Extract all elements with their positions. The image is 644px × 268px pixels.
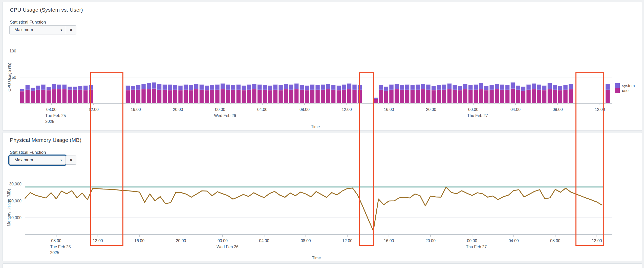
bar-user[interactable]	[569, 89, 573, 103]
bar-user[interactable]	[606, 90, 610, 103]
bar-user[interactable]	[326, 89, 330, 103]
bar-user[interactable]	[352, 90, 357, 103]
bar-system[interactable]	[463, 84, 467, 89]
bar-user[interactable]	[521, 91, 525, 103]
bar-user[interactable]	[41, 90, 46, 103]
bar-user[interactable]	[252, 89, 256, 103]
bar-system[interactable]	[141, 84, 146, 89]
bar-user[interactable]	[52, 89, 56, 103]
bar-system[interactable]	[405, 84, 410, 90]
bar-system[interactable]	[432, 86, 436, 90]
bar-system[interactable]	[252, 84, 256, 89]
bar-user[interactable]	[31, 91, 35, 103]
bar-system[interactable]	[437, 85, 441, 90]
bar-system[interactable]	[310, 84, 314, 90]
bar-user[interactable]	[294, 89, 299, 103]
bar-system[interactable]	[315, 85, 320, 90]
bar-user[interactable]	[162, 90, 167, 103]
bar-system[interactable]	[453, 85, 457, 90]
bar-user[interactable]	[141, 89, 146, 103]
bar-system[interactable]	[442, 84, 446, 90]
bar-user[interactable]	[273, 90, 277, 103]
bar-system[interactable]	[236, 84, 241, 90]
bar-system[interactable]	[569, 84, 573, 89]
bar-user[interactable]	[221, 89, 225, 103]
bar-user[interactable]	[405, 90, 410, 103]
bar-system[interactable]	[168, 84, 172, 90]
bar-user[interactable]	[184, 90, 188, 103]
bar-system[interactable]	[294, 83, 299, 89]
bar-user[interactable]	[468, 90, 473, 103]
bar-system[interactable]	[147, 83, 151, 89]
bar-system[interactable]	[157, 84, 162, 90]
bar-user[interactable]	[73, 90, 77, 103]
bar-system[interactable]	[47, 87, 51, 90]
bar-user[interactable]	[152, 89, 156, 103]
bar-user[interactable]	[199, 90, 204, 103]
bar-system[interactable]	[68, 87, 72, 90]
bar-system[interactable]	[447, 83, 452, 89]
bar-user[interactable]	[215, 90, 220, 103]
bar-user[interactable]	[537, 90, 541, 103]
bar-system[interactable]	[25, 85, 30, 90]
bar-user[interactable]	[542, 90, 547, 103]
bar-system[interactable]	[52, 84, 56, 89]
bar-system[interactable]	[342, 84, 346, 90]
bar-system[interactable]	[526, 84, 531, 90]
bar-system[interactable]	[426, 84, 431, 90]
bar-system[interactable]	[468, 85, 473, 90]
bar-system[interactable]	[484, 86, 488, 90]
bar-user[interactable]	[284, 89, 288, 103]
bar-system[interactable]	[20, 89, 25, 91]
bar-user[interactable]	[78, 90, 82, 103]
bar-system[interactable]	[337, 86, 341, 90]
bar-system[interactable]	[62, 84, 67, 89]
bar-user[interactable]	[516, 90, 520, 103]
bar-system[interactable]	[36, 86, 40, 90]
bar-user[interactable]	[563, 90, 568, 103]
bar-user[interactable]	[558, 90, 562, 103]
bar-user[interactable]	[205, 90, 209, 103]
bar-system[interactable]	[537, 84, 541, 90]
bar-user[interactable]	[194, 89, 199, 103]
bar-user[interactable]	[337, 90, 341, 103]
bar-user[interactable]	[178, 90, 183, 103]
bar-system[interactable]	[210, 85, 214, 90]
bar-system[interactable]	[416, 84, 420, 90]
bar-system[interactable]	[400, 85, 404, 90]
bar-system[interactable]	[263, 85, 267, 90]
bar-user[interactable]	[36, 90, 40, 103]
bar-system[interactable]	[548, 83, 552, 89]
bar-system[interactable]	[458, 86, 462, 90]
bar-user[interactable]	[263, 90, 267, 103]
bar-system[interactable]	[199, 84, 204, 90]
bar-user[interactable]	[247, 90, 251, 103]
bar-system[interactable]	[553, 85, 557, 90]
bar-user[interactable]	[278, 90, 283, 103]
bar-user[interactable]	[62, 89, 67, 103]
bar-user[interactable]	[136, 90, 140, 103]
bar-system[interactable]	[542, 86, 547, 90]
bar-user[interactable]	[157, 90, 162, 103]
bar-system[interactable]	[41, 84, 46, 90]
bar-user[interactable]	[20, 91, 25, 103]
bar-user[interactable]	[432, 90, 436, 103]
bar-user[interactable]	[479, 89, 483, 103]
bar-user[interactable]	[242, 90, 246, 103]
bar-user[interactable]	[268, 90, 272, 103]
bar-system[interactable]	[563, 85, 568, 90]
bar-user[interactable]	[173, 90, 177, 103]
bar-system[interactable]	[268, 86, 272, 90]
bar-user[interactable]	[389, 90, 394, 103]
bar-user[interactable]	[289, 90, 293, 103]
bar-system[interactable]	[178, 86, 183, 90]
bar-user[interactable]	[442, 90, 446, 103]
bar-system[interactable]	[352, 84, 357, 90]
bar-system[interactable]	[184, 84, 188, 90]
bar-user[interactable]	[410, 90, 415, 103]
bar-system[interactable]	[500, 84, 504, 90]
bar-user[interactable]	[68, 90, 72, 103]
bar-user[interactable]	[310, 90, 314, 103]
bar-user[interactable]	[395, 89, 399, 103]
bar-user[interactable]	[305, 90, 309, 103]
